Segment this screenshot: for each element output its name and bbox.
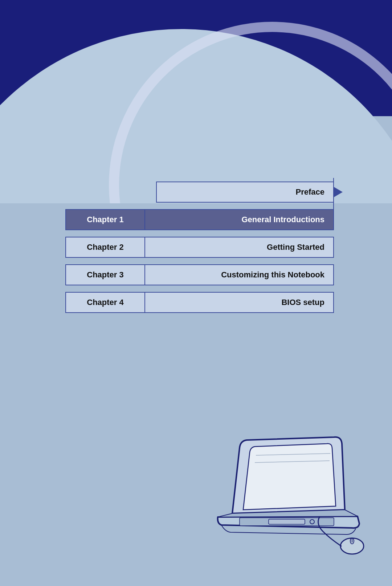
preface-box: Preface [156, 182, 334, 203]
svg-rect-5 [269, 519, 305, 524]
laptop-illustration [211, 426, 370, 564]
chapter-label-4[interactable]: Chapter 4 [65, 292, 145, 313]
chapter-title-1[interactable]: General Introductions [145, 209, 334, 230]
vertical-connector [333, 178, 334, 209]
laptop-svg [211, 426, 370, 564]
chapter-title-2[interactable]: Getting Started [145, 237, 334, 258]
content-area: Preface Chapter 1General IntroductionsCh… [0, 167, 392, 586]
preface-label: Preface [295, 187, 324, 196]
chapter-label-3[interactable]: Chapter 3 [65, 264, 145, 285]
chapter-row-3: Chapter 3Customizing this Notebook [65, 264, 334, 285]
svg-marker-1 [334, 187, 343, 197]
chapter-title-3[interactable]: Customizing this Notebook [145, 264, 334, 285]
chapter-label-1[interactable]: Chapter 1 [65, 209, 145, 230]
chapter-row-1: Chapter 1General Introductions [65, 209, 334, 230]
chapters-container: Chapter 1General IntroductionsChapter 2G… [65, 209, 334, 313]
preface-row: Preface [65, 182, 334, 203]
chapter-row-2: Chapter 2Getting Started [65, 237, 334, 258]
toc-container: Preface Chapter 1General IntroductionsCh… [65, 182, 334, 320]
chapter-row-4: Chapter 4BIOS setup [65, 292, 334, 313]
chapter-label-2[interactable]: Chapter 2 [65, 237, 145, 258]
preface-arrow-icon [334, 187, 343, 197]
chapter-title-4[interactable]: BIOS setup [145, 292, 334, 313]
